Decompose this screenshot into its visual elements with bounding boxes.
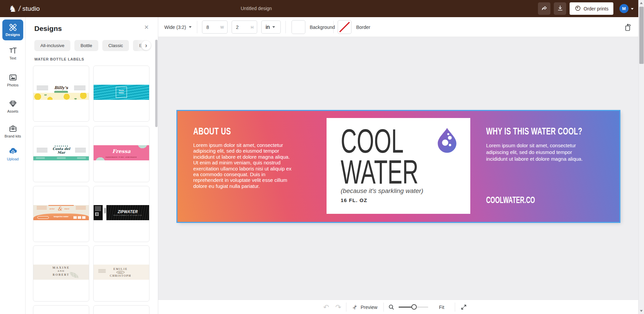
filter-chip-bottle[interactable]: Bottle xyxy=(74,40,98,51)
fit-button[interactable]: Fit xyxy=(439,300,444,314)
sidebar-item-designs[interactable]: Designs xyxy=(2,19,23,40)
template-fressa[interactable]: Fressa HANDMADE PINK LEMONADE xyxy=(93,126,149,182)
label-center-card[interactable]: COOL WATER (because it's sparkling water… xyxy=(327,118,470,214)
scroll-up-icon[interactable] xyxy=(640,2,643,4)
water-drop-icon[interactable] xyxy=(437,127,457,154)
undo-icon: ↶ xyxy=(323,303,329,311)
designs-icon xyxy=(9,23,17,32)
fullscreen-button[interactable] xyxy=(461,300,467,314)
ratio-label: Wide (3:2) xyxy=(164,25,186,30)
rotate-icon xyxy=(623,23,632,32)
border-color-swatch[interactable] xyxy=(338,20,351,34)
sidebar-item-text[interactable]: Text xyxy=(0,46,26,60)
template-costa-del-mar[interactable]: Costa del Mar xyxy=(33,126,89,182)
template-preview: Billy's xyxy=(33,85,89,100)
chevron-right-icon: › xyxy=(145,42,147,49)
divider xyxy=(197,21,197,33)
briefcase-icon xyxy=(0,124,26,133)
filter-chips: All-inclusive Bottle Classic Earthy xyxy=(34,40,154,51)
zoom-out-button[interactable] xyxy=(388,300,395,314)
template-zipwater[interactable]: ZIPWATER PERFORMANCE HYDRATION xyxy=(93,186,149,242)
template-preview: MAXINE AND ROBERT xyxy=(33,265,89,280)
filter-chip-all-inclusive[interactable]: All-inclusive xyxy=(34,40,70,51)
redo-icon: ↷ xyxy=(335,303,341,311)
ratio-dropdown[interactable]: Wide (3:2) xyxy=(164,17,192,37)
width-field[interactable]: W xyxy=(202,21,228,34)
template-partial[interactable] xyxy=(93,305,149,314)
chevron-down-icon xyxy=(272,26,275,28)
template-emilie-christoph[interactable]: EMILIE AND CHRISTOPH xyxy=(93,245,149,302)
no-border-icon xyxy=(338,21,351,34)
template-maxine-robert[interactable]: MAXINE AND ROBERT xyxy=(33,245,89,302)
sidebar-item-upload[interactable]: Upload xyxy=(0,147,26,161)
why-section[interactable]: WHY IS THIS WATER COOL? Lorem ipsum dolo… xyxy=(486,126,623,162)
avatar[interactable]: M xyxy=(619,4,629,13)
panel-scrollbar[interactable] xyxy=(155,40,158,127)
download-button[interactable] xyxy=(554,2,566,15)
sidebar-item-label: Text xyxy=(0,56,26,60)
left-sidebar: Designs Text Photos Assets Brand kits Up… xyxy=(0,17,26,314)
tagline-text[interactable]: (because it's sparkling water) xyxy=(341,187,423,195)
unit-dropdown[interactable]: in xyxy=(261,21,281,34)
download-icon xyxy=(557,5,564,13)
order-prints-label: Order prints xyxy=(584,6,609,11)
height-field[interactable]: H xyxy=(232,21,257,34)
sidebar-item-brand-kits[interactable]: Brand kits xyxy=(0,124,26,138)
about-section[interactable]: ABOUT US Lorem ipsum dolor sit amet, con… xyxy=(193,126,295,189)
about-body-text[interactable]: Lorem ipsum dolor sit amet, consectetur … xyxy=(193,142,295,189)
why-heading[interactable]: WHY IS THIS WATER COOL? xyxy=(486,126,582,137)
sidebar-item-assets[interactable]: Assets xyxy=(0,100,26,113)
website-text[interactable]: COOLWATER.CO xyxy=(486,195,560,205)
sidebar-item-label: Photos xyxy=(0,83,26,87)
template-amber-skand[interactable]: amber & skand tangerine water xyxy=(33,186,89,242)
account-caret-icon[interactable] xyxy=(631,8,634,10)
sidebar-item-photos[interactable]: Photos xyxy=(0,73,26,87)
undo-button[interactable]: ↶ xyxy=(323,300,329,314)
filter-chip-classic[interactable]: Classic xyxy=(102,40,129,51)
clock-icon xyxy=(575,5,581,12)
text-icon xyxy=(0,46,26,55)
panel-title: Designs xyxy=(34,25,62,33)
logo-slash: / xyxy=(18,4,21,13)
zoom-slider-handle[interactable] xyxy=(411,304,417,310)
page-scrollbar[interactable] xyxy=(638,0,644,314)
redo-button[interactable]: ↷ xyxy=(335,300,341,314)
background-color-swatch[interactable] xyxy=(292,20,305,34)
size-text[interactable]: 16 FL. OZ xyxy=(341,197,367,203)
height-input[interactable] xyxy=(232,25,245,30)
order-prints-button[interactable]: Order prints xyxy=(570,2,613,15)
designs-panel: Designs ✕ All-inclusive Bottle Classic E… xyxy=(26,17,158,314)
app-logo[interactable]: ♞ / studio xyxy=(9,0,40,17)
preview-button[interactable]: ✂ Preview xyxy=(353,300,377,314)
panel-close-icon[interactable]: ✕ xyxy=(144,24,149,31)
rotate-canvas-button[interactable] xyxy=(622,22,634,33)
template-billys-lemonade[interactable]: Billy's xyxy=(33,66,89,122)
diamond-icon xyxy=(0,100,26,108)
scrollbar-thumb[interactable] xyxy=(639,7,644,64)
preview-label: Preview xyxy=(361,305,377,310)
share-button[interactable] xyxy=(538,2,550,15)
width-input[interactable] xyxy=(202,25,216,30)
canvas-toolbar: Wide (3:2) W H in Background Border xyxy=(158,17,638,37)
scroll-down-icon[interactable] xyxy=(640,310,643,312)
divider xyxy=(383,303,384,312)
why-body-text[interactable]: Lorem ipsum dolor sit amet, consectetur … xyxy=(486,142,592,162)
logo-text: studio xyxy=(22,5,40,12)
about-heading[interactable]: ABOUT US xyxy=(193,126,231,137)
divider xyxy=(285,21,286,33)
magnifier-icon xyxy=(388,304,395,310)
divider xyxy=(333,21,334,33)
template-partial[interactable] xyxy=(33,305,89,314)
horse-logo-icon: ♞ xyxy=(9,4,16,13)
template-preview: freshwater xyxy=(94,85,149,100)
sidebar-item-label: Upload xyxy=(0,157,26,161)
template-preview: amber & skand tangerine water xyxy=(33,205,89,220)
label-design[interactable]: ABOUT US Lorem ipsum dolor sit amet, con… xyxy=(177,111,619,222)
share-icon xyxy=(541,5,548,13)
canvas-area[interactable]: ABOUT US Lorem ipsum dolor sit amet, con… xyxy=(158,37,638,300)
template-fresh-water[interactable]: freshwater xyxy=(93,66,149,122)
sidebar-item-label: Brand kits xyxy=(0,134,26,138)
sidebar-item-label: Assets xyxy=(0,109,26,113)
chips-scroll-right-button[interactable]: › xyxy=(141,41,151,50)
document-title[interactable]: Untitled design xyxy=(241,0,272,17)
